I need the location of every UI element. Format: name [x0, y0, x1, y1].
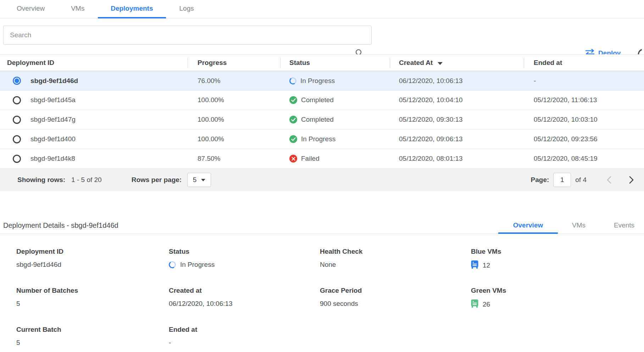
field-label: Grace Period — [320, 287, 362, 295]
field-value: - — [169, 339, 197, 347]
field-current-batch: Current Batch 5 — [16, 326, 61, 347]
created-at-value: 05/12/2020, 10:04:10 — [390, 96, 524, 104]
ended-at-value: 05/12/2020, 10:03:10 — [524, 116, 644, 123]
field-label: Blue VMs — [471, 248, 501, 255]
rows-per-page-value: 5 — [193, 176, 197, 184]
column-header-progress: Progress — [188, 59, 280, 67]
page-total-label: of 4 — [575, 176, 587, 184]
rows-per-page-select[interactable]: 5 — [187, 173, 211, 187]
field-label: Health Check — [320, 248, 362, 255]
created-at-value: 05/12/2020, 09:30:13 — [390, 116, 524, 123]
field-deployment-id: Deployment ID sbgd-9ef1d46d — [16, 248, 63, 269]
status-label: Completed — [301, 116, 334, 123]
table-header: Deployment ID Progress Status Created At… — [0, 54, 644, 71]
deployment-id: sbgd-9ef1d4k8 — [30, 155, 75, 163]
radio-select[interactable] — [13, 96, 21, 104]
field-status: Status In Progress — [169, 248, 215, 269]
column-header-ended-at: Ended at — [524, 59, 644, 67]
radio-select[interactable] — [13, 155, 21, 163]
field-grace-period: Grace Period 900 seconds — [320, 287, 362, 308]
column-divider — [280, 58, 281, 68]
table-footer: Showing rows: 1 - 5 of 20 Rows per page:… — [0, 169, 644, 191]
table-row[interactable]: sbgd-9ef1d45a 100.00% Completed 05/12/20… — [0, 90, 644, 110]
details-grid: Deployment ID sbgd-9ef1d46d Status In Pr… — [0, 248, 644, 352]
field-value: None — [320, 260, 362, 269]
column-header-created-at[interactable]: Created At — [390, 59, 524, 67]
deployment-id: sbgd-9ef1d47g — [30, 116, 76, 123]
radio-select[interactable] — [13, 135, 21, 143]
chevron-down-icon — [201, 179, 205, 181]
progress-value: 76.00% — [188, 77, 280, 85]
field-ended-at: Ended at - — [169, 326, 197, 347]
sort-desc-icon — [438, 62, 443, 65]
tab-vms[interactable]: VMs — [58, 0, 97, 18]
search-input[interactable] — [3, 26, 372, 45]
deployments-table: Deployment ID Progress Status Created At… — [0, 54, 644, 191]
table-row[interactable]: sbgd-9ef1d400 100.00% In Progress 05/12/… — [0, 130, 644, 149]
field-blue-vms: Blue VMs 12 — [471, 248, 501, 270]
vm-icon — [471, 260, 478, 270]
spinner-icon — [168, 260, 176, 269]
field-label: Green VMs — [471, 287, 506, 295]
table-row[interactable]: sbgd-9ef1d46d 76.00% In Progress 06/12/2… — [0, 71, 644, 90]
details-tab-overview[interactable]: Overview — [498, 218, 558, 234]
column-header-status: Status — [280, 59, 390, 67]
created-at-value: 06/12/2020, 10:06:13 — [390, 77, 524, 85]
field-value: sbgd-9ef1d46d — [16, 260, 63, 269]
column-divider — [524, 58, 524, 68]
pagination: Page: of 4 — [531, 173, 634, 187]
tab-logs[interactable]: Logs — [167, 0, 207, 18]
progress-value: 100.00% — [188, 116, 280, 123]
check-icon — [289, 135, 297, 143]
field-label: Number of Batches — [16, 287, 78, 295]
radio-select[interactable] — [13, 116, 21, 124]
created-at-header-label: Created At — [399, 59, 433, 66]
status-label: Failed — [301, 155, 320, 163]
page-label: Page: — [531, 176, 549, 184]
status-header-label: Status — [289, 59, 310, 67]
status-label: In Progress — [301, 135, 335, 143]
field-created-at: Created at 06/12/2020, 10:06:13 — [169, 287, 233, 308]
toolbar: Deploy — [0, 18, 644, 54]
ended-at-value: - — [524, 77, 644, 85]
previous-page-button[interactable] — [606, 176, 611, 184]
ended-at-value: 05/12/2020, 11:06:13 — [524, 96, 644, 104]
radio-select[interactable] — [13, 77, 21, 85]
field-value: 12 — [483, 262, 490, 269]
spinner-icon — [289, 77, 297, 85]
details-tab-events[interactable]: Events — [606, 218, 643, 234]
tab-deployments[interactable]: Deployments — [98, 0, 166, 18]
details-tab-vms[interactable]: VMs — [561, 218, 596, 234]
progress-value: 87.50% — [188, 155, 280, 163]
page-number-input[interactable] — [553, 173, 571, 187]
details-header: Deployment Details - sbgd-9ef1d46d Overv… — [0, 215, 644, 234]
check-icon — [289, 116, 297, 123]
created-at-value: 05/12/2020, 09:06:13 — [390, 135, 524, 143]
created-at-value: 05/12/2020, 08:01:13 — [390, 155, 524, 163]
field-label: Deployment ID — [16, 248, 63, 255]
vm-icon — [471, 299, 478, 309]
field-value: 5 — [16, 339, 61, 347]
column-divider — [188, 58, 188, 68]
field-health-check: Health Check None — [320, 248, 362, 269]
field-value: In Progress — [180, 261, 215, 269]
top-tab-bar: Overview VMs Deployments Logs — [0, 0, 644, 18]
field-green-vms: Green VMs 26 — [471, 287, 506, 309]
progress-value: 100.00% — [188, 96, 280, 104]
check-icon — [289, 96, 297, 104]
field-value: 26 — [483, 301, 490, 308]
ended-at-value: 05/12/2020, 09:23:56 — [524, 135, 644, 143]
tab-overview[interactable]: Overview — [4, 0, 57, 18]
details-title: Deployment Details - sbgd-9ef1d46d — [3, 221, 118, 230]
status-label: Completed — [301, 96, 334, 104]
field-label: Ended at — [169, 326, 197, 334]
table-row[interactable]: sbgd-9ef1d47g 100.00% Completed 05/12/20… — [0, 110, 644, 130]
deployment-id: sbgd-9ef1d45a — [30, 96, 76, 104]
deployment-id: sbgd-9ef1d400 — [30, 135, 76, 143]
field-value: 06/12/2020, 10:06:13 — [169, 299, 233, 308]
column-divider — [390, 58, 390, 68]
next-page-button[interactable] — [629, 176, 634, 184]
table-row[interactable]: sbgd-9ef1d4k8 87.50% Failed 05/12/2020, … — [0, 149, 644, 169]
cross-icon — [289, 155, 297, 163]
field-number-of-batches: Number of Batches 5 — [16, 287, 78, 308]
